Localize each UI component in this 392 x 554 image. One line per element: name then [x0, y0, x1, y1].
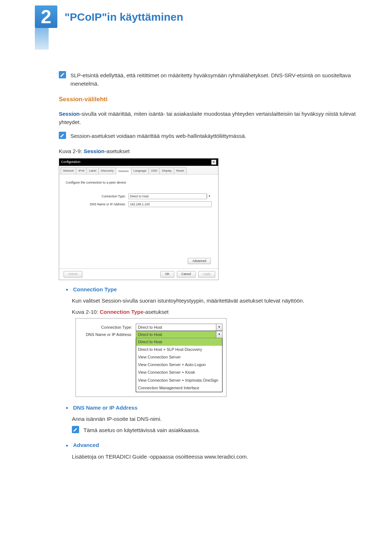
- note-icon: [72, 426, 79, 433]
- dropdown-option[interactable]: View Connection Server: [136, 353, 222, 361]
- bullet-icon: [66, 407, 68, 409]
- note-block: SLP-etsintä edellyttää, että reitittimet…: [59, 71, 361, 88]
- connection-type-subheading: Connection Type: [66, 285, 361, 294]
- tab-display[interactable]: Display: [159, 167, 174, 174]
- connection-type-select[interactable]: Direct to Host: [136, 324, 216, 331]
- chevron-down-icon[interactable]: ▼: [207, 194, 212, 198]
- note-block-3: Tämä asetus on käytettävissä vain asiakk…: [72, 426, 361, 434]
- tab-discovery[interactable]: Discovery: [98, 167, 116, 174]
- chapter-title: "PCoIP"in käyttäminen: [65, 11, 183, 23]
- chapter-decoration: [35, 28, 49, 50]
- dialog-footer: Unlock OK Cancel Apply: [59, 268, 218, 279]
- dialog-instruction: Configure the connection to a peer devic…: [66, 180, 212, 185]
- close-icon[interactable]: ✕: [211, 160, 216, 165]
- dns-ip-input[interactable]: 192.168.1.100: [128, 201, 212, 207]
- connection-type-body: Kun valitset Session-sivulla suoran istu…: [72, 296, 361, 305]
- figure-2-10-caption: Kuva 2-10: Connection Type-asetukset: [72, 308, 361, 316]
- dialog-title: Configuration: [61, 160, 81, 165]
- connection-type-label: Connection Type:: [66, 194, 128, 199]
- dns-ip-label: DNS Name or IP Address:: [79, 331, 136, 338]
- tab-osd[interactable]: OSD: [148, 167, 160, 174]
- dropdown-option[interactable]: Direct to Host + SLP Host Discovery: [136, 346, 222, 353]
- tab-label[interactable]: Label: [86, 167, 99, 174]
- cancel-button[interactable]: Cancel: [177, 271, 196, 277]
- dropdown-option[interactable]: View Connection Server + Auto-Logon: [136, 361, 222, 369]
- tab-reset[interactable]: Reset: [174, 167, 187, 174]
- bullet-icon: [66, 445, 68, 447]
- dns-subheading: DNS Name or IP Address: [66, 403, 361, 412]
- note-text: SLP-etsintä edellyttää, että reitittimet…: [70, 71, 361, 88]
- ok-button[interactable]: OK: [160, 271, 174, 277]
- dropdown-option[interactable]: Connection Management Interface: [136, 384, 222, 392]
- bullet-icon: [66, 289, 68, 291]
- advanced-button[interactable]: Advanced: [188, 258, 211, 264]
- section-heading: Session-välilehti: [59, 95, 361, 104]
- section-body: Session-sivulla voit määrittää, miten is…: [59, 110, 361, 127]
- tab-session[interactable]: Session: [116, 168, 131, 175]
- dropdown-selected[interactable]: Direct to Host: [136, 331, 216, 338]
- chapter-number-badge: 2: [35, 5, 57, 28]
- dns-body: Anna isännän IP-osoite tai DNS-nimi.: [72, 415, 361, 423]
- tab-ipv6[interactable]: IPv6: [76, 167, 87, 174]
- note-text: Tämä asetus on käytettävissä vain asiakk…: [83, 426, 361, 434]
- dropdown-option[interactable]: View Connection Server + Imprivata OneSi…: [136, 377, 222, 384]
- session-keyword: Session: [59, 111, 80, 117]
- note-icon: [59, 71, 66, 78]
- dropdown-list[interactable]: Direct to HostDirect to Host + SLP Host …: [136, 338, 222, 392]
- note-block-2: Session-asetukset voidaan määrittää myös…: [59, 132, 361, 140]
- dropdown-option[interactable]: View Connection Server + Kiosk: [136, 369, 222, 376]
- tab-network[interactable]: Network: [61, 167, 76, 174]
- dns-ip-label: DNS Name or IP Address:: [66, 202, 128, 207]
- configuration-dialog: Configuration ✕ NetworkIPv6LabelDiscover…: [59, 158, 219, 280]
- chevron-down-icon[interactable]: ▼: [216, 331, 222, 338]
- connection-type-label: Connection Type:: [79, 324, 136, 331]
- tab-language[interactable]: Language: [131, 167, 149, 174]
- unlock-button[interactable]: Unlock: [64, 271, 82, 277]
- dialog-tabs: NetworkIPv6LabelDiscoverySessionLanguage…: [59, 166, 218, 175]
- dropdown-option[interactable]: Direct to Host: [136, 338, 222, 346]
- dialog-titlebar: Configuration ✕: [59, 159, 218, 166]
- figure-2-9-caption: Kuva 2-9: Session-asetukset: [59, 147, 361, 155]
- note-icon: [59, 132, 66, 139]
- connection-type-figure: Connection Type: Direct to Host ▼ DNS Na…: [75, 318, 226, 397]
- advanced-body: Lisätietoja on TERADICI Guide -oppaassa …: [72, 452, 361, 461]
- advanced-subheading: Advanced: [66, 441, 361, 449]
- note-text: Session-asetukset voidaan määrittää myös…: [70, 132, 361, 140]
- chevron-down-icon[interactable]: ▼: [216, 324, 222, 331]
- connection-type-select[interactable]: Direct to Host: [128, 193, 207, 199]
- apply-button[interactable]: Apply: [198, 271, 215, 277]
